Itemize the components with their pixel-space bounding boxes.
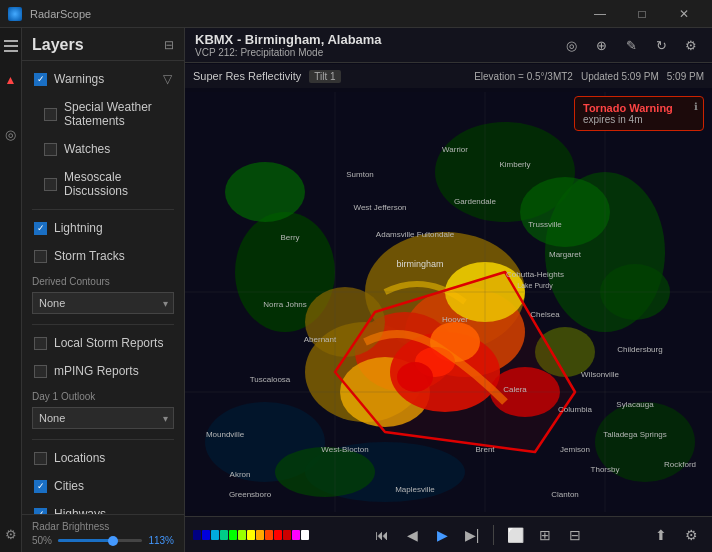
play-button[interactable]: ▶ — [429, 522, 455, 548]
close-button[interactable]: ✕ — [664, 0, 704, 28]
warnings-filter-icon[interactable]: ▽ — [163, 72, 172, 86]
target-icon[interactable]: ⊕ — [590, 34, 612, 56]
svg-text:Cohutta-Heights: Cohutta-Heights — [506, 270, 564, 279]
warning-triangle-icon[interactable]: ▲ — [0, 68, 23, 92]
cs-2 — [202, 530, 210, 540]
svg-text:Abernant: Abernant — [304, 335, 337, 344]
cs-5 — [229, 530, 237, 540]
next-frame-button[interactable]: ▶| — [459, 522, 485, 548]
warnings-section: Warnings ▽ — [22, 65, 184, 93]
radar-bottom-toolbar: ⏮ ◀ ▶ ▶| ⬜ ⊞ ⊟ ⬆ ⚙ — [185, 516, 712, 552]
app-title: RadarScope — [30, 8, 91, 20]
svg-text:Sylacauga: Sylacauga — [616, 400, 654, 409]
elevation-info: Elevation = 0.5°/3MT2 — [474, 71, 573, 82]
lightning-label: Lightning — [54, 221, 103, 235]
tornado-info-icon[interactable]: ℹ — [694, 101, 698, 112]
bottom-toolbar-right: ⬆ ⚙ — [648, 522, 704, 548]
storm-tracks-label: Storm Tracks — [54, 249, 125, 263]
radar-controls: ◎ ⊕ ✎ ↻ ⚙ — [560, 34, 702, 56]
filter-icon[interactable]: ⊟ — [164, 38, 174, 52]
mesoscale-item: Mesoscale Discussions — [42, 167, 174, 201]
svg-text:Trussville: Trussville — [528, 220, 562, 229]
radar-product-bar: Super Res Reflectivity Tilt 1 Elevation … — [185, 64, 712, 88]
first-frame-button[interactable]: ⏮ — [369, 522, 395, 548]
cs-12 — [292, 530, 300, 540]
svg-point-18 — [275, 447, 375, 497]
brightness-min: 50% — [32, 535, 52, 546]
svg-text:Sumton: Sumton — [346, 170, 374, 179]
local-storm-checkbox[interactable] — [34, 337, 47, 350]
window-controls: — □ ✕ — [580, 0, 704, 28]
share-button[interactable]: ⬆ — [648, 522, 674, 548]
svg-point-16 — [225, 162, 305, 222]
radar-viewport[interactable]: KBMX - Birmingham, Alabama VCP 212: Prec… — [185, 28, 712, 552]
watches-checkbox[interactable] — [44, 143, 57, 156]
svg-text:Jemison: Jemison — [560, 445, 590, 454]
prev-frame-button[interactable]: ◀ — [399, 522, 425, 548]
svg-text:Kimberly: Kimberly — [499, 160, 530, 169]
cities-item: Cities — [32, 476, 174, 496]
svg-text:Wilsonville: Wilsonville — [581, 370, 619, 379]
split-panel-button[interactable]: ⊟ — [562, 522, 588, 548]
radar-settings-button[interactable]: ⚙ — [678, 522, 704, 548]
radar-station-info: KBMX - Birmingham, Alabama VCP 212: Prec… — [195, 32, 382, 58]
quad-panel-button[interactable]: ⊞ — [532, 522, 558, 548]
divider-1 — [32, 209, 174, 210]
settings-side-icon[interactable]: ⚙ — [0, 522, 23, 546]
current-time: 5:09 PM — [667, 71, 704, 82]
title-bar: RadarScope — □ ✕ — [0, 0, 712, 28]
watches-section: Watches — [22, 135, 184, 163]
day1-dropdown[interactable]: None — [32, 407, 174, 429]
settings-radar-icon[interactable]: ⚙ — [680, 34, 702, 56]
updated-time: Updated 5:09 PM — [581, 71, 659, 82]
refresh-icon[interactable]: ↻ — [650, 34, 672, 56]
cs-7 — [247, 530, 255, 540]
tornado-warning-subtitle: expires in 4m — [583, 114, 695, 125]
radar-scope-icon[interactable]: ◎ — [0, 122, 23, 146]
cities-checkbox[interactable] — [34, 480, 47, 493]
app-icon — [8, 7, 22, 21]
warnings-label: Warnings — [54, 72, 104, 86]
lightning-checkbox[interactable] — [34, 222, 47, 235]
sidebar-header-left: Layers — [32, 36, 84, 54]
toolbar-divider-1 — [493, 525, 494, 545]
edit-icon[interactable]: ✎ — [620, 34, 642, 56]
svg-text:Childersburg: Childersburg — [617, 345, 662, 354]
svg-text:Thorsby: Thorsby — [591, 465, 620, 474]
mping-item: mPING Reports — [32, 361, 174, 381]
sidebar-content: Warnings ▽ Special Weather Statements — [22, 61, 184, 514]
special-weather-label: Special Weather Statements — [64, 100, 172, 128]
day1-label: Day 1 Outlook — [22, 385, 184, 404]
special-weather-checkbox[interactable] — [44, 108, 57, 121]
mesoscale-checkbox[interactable] — [44, 178, 57, 191]
hamburger-icon[interactable] — [0, 34, 23, 58]
single-panel-button[interactable]: ⬜ — [502, 522, 528, 548]
svg-text:Moundville: Moundville — [206, 430, 245, 439]
day1-dropdown-row: None — [22, 404, 184, 435]
location-icon[interactable]: ◎ — [560, 34, 582, 56]
tilt-badge: Tilt 1 — [309, 70, 340, 83]
day1-dropdown-wrap: None — [32, 407, 174, 429]
mping-checkbox[interactable] — [34, 365, 47, 378]
warnings-checkbox[interactable] — [34, 73, 47, 86]
derived-contours-dropdown[interactable]: None — [32, 292, 174, 314]
brightness-slider-track[interactable] — [58, 539, 142, 542]
brightness-thumb[interactable] — [108, 536, 118, 546]
watches-item: Watches — [42, 139, 174, 159]
mesoscale-label: Mesoscale Discussions — [64, 170, 172, 198]
radar-svg: birmingham Warrior Kimberly Sumton Garde… — [185, 88, 712, 516]
mping-label: mPING Reports — [54, 364, 139, 378]
brightness-section: Radar Brightness 50% 113% — [22, 514, 184, 552]
watches-label: Watches — [64, 142, 110, 156]
left-nav-icons: ▲ ◎ ⚙ — [0, 28, 22, 552]
sidebar-title: Layers — [32, 36, 84, 54]
svg-text:Norra Johns: Norra Johns — [263, 300, 307, 309]
storm-tracks-checkbox[interactable] — [34, 250, 47, 263]
minimize-button[interactable]: — — [580, 0, 620, 28]
mping-section: mPING Reports — [22, 357, 184, 385]
locations-checkbox[interactable] — [34, 452, 47, 465]
svg-text:Clanton: Clanton — [551, 490, 579, 499]
highways-label: Highways — [54, 507, 106, 514]
maximize-button[interactable]: □ — [622, 0, 662, 28]
svg-text:birmingham: birmingham — [396, 259, 443, 269]
